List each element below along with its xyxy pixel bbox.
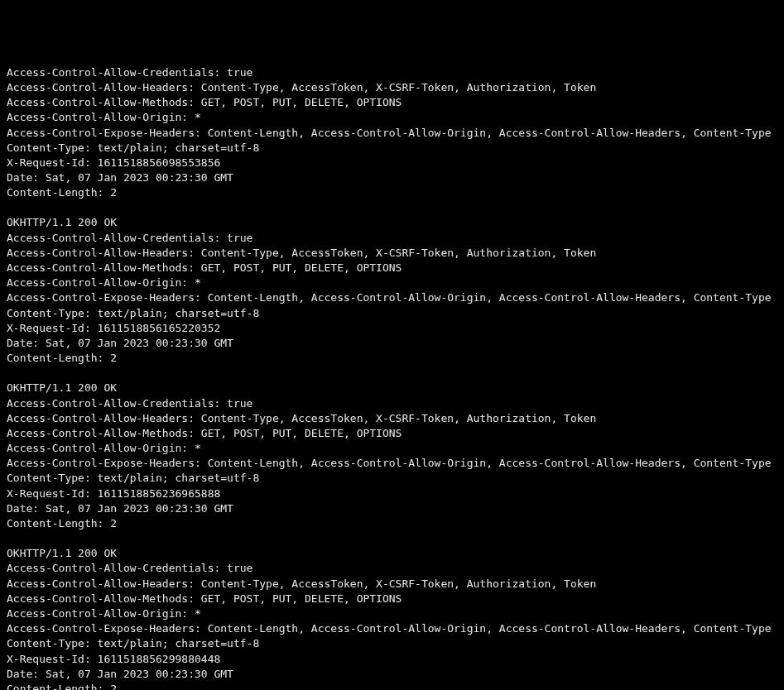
terminal-output[interactable]: Access-Control-Allow-Credentials: trueAc…: [7, 65, 777, 690]
http-status-line: OKHTTP/1.1 200 OK: [7, 381, 777, 395]
http-header-line: Date: Sat, 07 Jan 2023 00:23:30 GMT: [7, 170, 777, 185]
http-header-line: Access-Control-Allow-Headers: Content-Ty…: [7, 246, 777, 261]
blank-line: [7, 366, 777, 381]
http-header-line: Access-Control-Allow-Methods: GET, POST,…: [7, 426, 777, 441]
http-header-line: Access-Control-Allow-Credentials: true: [7, 231, 777, 246]
http-status-line: OKHTTP/1.1 200 OK: [7, 215, 777, 230]
http-header-line: Access-Control-Allow-Credentials: true: [7, 65, 777, 80]
http-header-line: Access-Control-Allow-Origin: *: [7, 276, 777, 290]
http-header-line: Content-Length: 2: [7, 185, 777, 200]
http-header-line: Access-Control-Allow-Origin: *: [7, 606, 777, 621]
http-status-line: OKHTTP/1.1 200 OK: [7, 546, 777, 561]
http-header-line: X-Request-Id: 1611518856236965888: [7, 486, 777, 501]
http-header-line: Access-Control-Allow-Methods: GET, POST,…: [7, 95, 777, 110]
http-header-line: Access-Control-Allow-Headers: Content-Ty…: [7, 411, 777, 426]
http-header-line: Access-Control-Allow-Methods: GET, POST,…: [7, 592, 777, 606]
http-header-line: Access-Control-Expose-Headers: Content-L…: [7, 126, 777, 141]
http-header-line: Access-Control-Expose-Headers: Content-L…: [7, 456, 777, 471]
http-header-line: Access-Control-Allow-Credentials: true: [7, 396, 777, 411]
http-header-line: Access-Control-Allow-Origin: *: [7, 441, 777, 456]
http-header-line: X-Request-Id: 1611518856098553856: [7, 156, 777, 170]
http-header-line: Date: Sat, 07 Jan 2023 00:23:30 GMT: [7, 336, 777, 351]
http-header-line: Date: Sat, 07 Jan 2023 00:23:30 GMT: [7, 501, 777, 516]
http-header-line: Access-Control-Expose-Headers: Content-L…: [7, 290, 777, 305]
http-header-line: Content-Type: text/plain; charset=utf-8: [7, 141, 777, 156]
http-header-line: X-Request-Id: 1611518856299880448: [7, 652, 777, 667]
http-header-line: Access-Control-Allow-Credentials: true: [7, 561, 777, 576]
http-header-line: Content-Length: 2: [7, 516, 777, 531]
blank-line: [7, 531, 777, 546]
http-header-line: Access-Control-Allow-Headers: Content-Ty…: [7, 80, 777, 95]
http-header-line: Date: Sat, 07 Jan 2023 00:23:30 GMT: [7, 667, 777, 682]
http-header-line: Access-Control-Expose-Headers: Content-L…: [7, 621, 777, 636]
http-header-line: X-Request-Id: 1611518856165220352: [7, 321, 777, 336]
http-header-line: Content-Type: text/plain; charset=utf-8: [7, 636, 777, 651]
http-header-line: Content-Length: 2: [7, 351, 777, 366]
http-header-line: Access-Control-Allow-Headers: Content-Ty…: [7, 577, 777, 592]
http-header-line: Access-Control-Allow-Methods: GET, POST,…: [7, 261, 777, 276]
http-header-line: Content-Length: 2: [7, 682, 777, 690]
blank-line: [7, 200, 777, 215]
http-header-line: Content-Type: text/plain; charset=utf-8: [7, 306, 777, 321]
http-header-line: Access-Control-Allow-Origin: *: [7, 110, 777, 125]
http-header-line: Content-Type: text/plain; charset=utf-8: [7, 471, 777, 486]
